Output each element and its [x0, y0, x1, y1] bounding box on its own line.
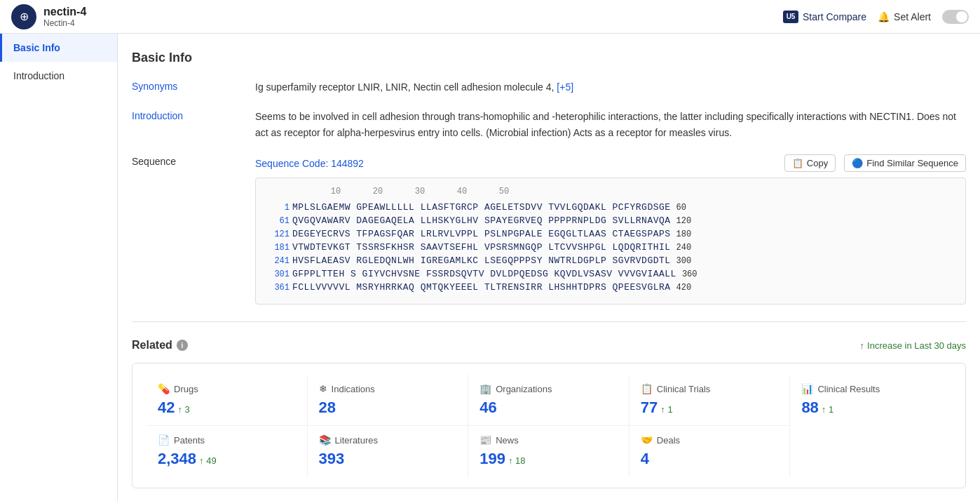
stat-label-patents: 📄 Patents	[158, 434, 296, 446]
main-layout: Basic Info Introduction Basic Info Synon…	[0, 34, 980, 501]
patents-icon: 📄	[158, 434, 170, 446]
stat-label-clinical-trials: 📋 Clinical Trials	[641, 383, 779, 394]
app-header: ⊕ nectin-4 Nectin-4 U5 Start Compare 🔔 S…	[0, 0, 980, 34]
stat-count-patents: 2,348 ↑ 49	[158, 450, 296, 468]
seq-row: 181 VTWDTEVKGT TSSRSFKHSR SAAVTSEFHL VPS…	[267, 242, 954, 253]
find-similar-button[interactable]: 🔵 Find Similar Sequence	[844, 154, 966, 172]
deals-icon: 🤝	[641, 434, 653, 446]
related-box: 💊 Drugs 42 ↑ 3 ❄ Indications	[132, 363, 966, 488]
clinical-trials-icon: 📋	[641, 383, 653, 394]
related-title: Related i	[132, 339, 188, 352]
stat-count-news: 199 ↑ 18	[479, 450, 618, 468]
related-header: Related i ↑ Increase in Last 30 days	[132, 339, 966, 352]
stat-label-organizations: 🏢 Organizations	[479, 383, 618, 394]
stat-item-literatures[interactable]: 📚 Literatures 393	[308, 425, 469, 476]
compare-label: Start Compare	[803, 11, 866, 22]
related-info-badge[interactable]: i	[177, 340, 188, 351]
related-title-text: Related	[132, 339, 172, 352]
stat-count-indications: 28	[319, 399, 457, 417]
copy-button[interactable]: 📋 Copy	[784, 154, 836, 172]
stat-item-deals[interactable]: 🤝 Deals 4	[629, 425, 791, 476]
stat-count-deals: 4	[641, 450, 779, 468]
find-similar-icon: 🔵	[852, 158, 863, 168]
sequence-box[interactable]: 10 20 30 40 50 1 MPLSLGAEMW GPEAWLLLLL L…	[255, 178, 966, 305]
compare-icon: U5	[783, 11, 798, 23]
basic-info-section: Basic Info Synonyms Ig superfamily recep…	[132, 51, 966, 305]
stat-item-indications[interactable]: ❄ Indications 28	[308, 375, 469, 425]
header-right: U5 Start Compare 🔔 Set Alert	[783, 10, 969, 24]
sidebar-item-basic-info[interactable]: Basic Info	[0, 34, 117, 62]
bell-icon: 🔔	[878, 11, 890, 22]
entity-subtitle: Nectin-4	[43, 18, 86, 28]
synonyms-row: Synonyms Ig superfamily receptor LNIR, L…	[132, 79, 966, 95]
synonyms-more-link[interactable]: [+5]	[557, 81, 573, 93]
copy-label: Copy	[807, 158, 828, 168]
seq-row: 121 DEGEYECRVS TFPAGSFQAR LRLRVLVPPL PSL…	[267, 229, 954, 239]
seq-row: 301 GFPPLTTEH S GIYVCHVSNE FSSRDSQVTV DV…	[267, 269, 954, 279]
seq-row: 361 FCLLVVVVVL MSRYHRRKAQ QMTQKYEEEL TLT…	[267, 282, 954, 293]
stat-label-indications: ❄ Indications	[319, 383, 457, 394]
sequence-header: Sequence Code: 144892 📋 Copy 🔵 Find Simi…	[255, 154, 966, 172]
stat-label-deals: 🤝 Deals	[641, 434, 779, 446]
stat-label-news: 📰 News	[479, 434, 618, 446]
drugs-icon: 💊	[158, 383, 170, 394]
seq-ruler: 10 20 30 40 50	[267, 187, 954, 196]
arrow-up-icon: ↑	[860, 340, 865, 351]
sequence-label: Sequence	[132, 154, 244, 167]
sequence-code[interactable]: Sequence Code: 144892	[255, 158, 364, 169]
header-title-block: nectin-4 Nectin-4	[43, 6, 86, 28]
start-compare-button[interactable]: U5 Start Compare	[783, 11, 866, 23]
alert-toggle[interactable]	[942, 10, 969, 24]
seq-row: 241 HVSFLAEASV RGLEDQNLWH IGREGAMLKC LSE…	[267, 255, 954, 266]
organizations-icon: 🏢	[479, 383, 491, 394]
news-icon: 📰	[479, 434, 491, 446]
stat-label-drugs: 💊 Drugs	[158, 383, 296, 394]
copy-icon: 📋	[792, 158, 803, 168]
section-title: Basic Info	[132, 51, 966, 65]
synonyms-value: Ig superfamily receptor LNIR, LNIR, Nect…	[255, 79, 966, 95]
literatures-icon: 📚	[319, 434, 331, 446]
clinical-results-icon: 📊	[801, 383, 813, 394]
related-section: Related i ↑ Increase in Last 30 days 💊 D…	[132, 339, 966, 488]
stat-item-drugs[interactable]: 💊 Drugs 42 ↑ 3	[147, 375, 308, 425]
stat-count-literatures: 393	[319, 450, 457, 468]
app-logo-icon: ⊕	[11, 4, 36, 29]
alert-label: Set Alert	[894, 11, 931, 22]
stat-count-organizations: 46	[479, 399, 618, 417]
synonyms-label: Synonyms	[132, 79, 244, 92]
entity-title: nectin-4	[43, 6, 86, 18]
stat-item-clinical-trials[interactable]: 📋 Clinical Trials 77 ↑ 1	[629, 375, 791, 425]
stat-label-clinical-results: 📊 Clinical Results	[801, 383, 940, 394]
introduction-label: Introduction	[132, 109, 244, 121]
find-similar-label: Find Similar Sequence	[866, 158, 958, 168]
stat-item-news[interactable]: 📰 News 199 ↑ 18	[468, 425, 629, 476]
stats-grid: 💊 Drugs 42 ↑ 3 ❄ Indications	[147, 375, 951, 476]
increase-text: ↑ Increase in Last 30 days	[860, 340, 966, 351]
introduction-row: Introduction Seems to be involved in cel…	[132, 109, 966, 140]
section-divider	[132, 321, 966, 322]
sequence-actions: 📋 Copy 🔵 Find Similar Sequence	[784, 154, 966, 172]
sidebar: Basic Info Introduction	[0, 34, 118, 501]
sidebar-item-introduction[interactable]: Introduction	[0, 62, 117, 90]
seq-row: 1 MPLSLGAEMW GPEAWLLLLL LLASFTGRCP AGELE…	[267, 202, 954, 213]
seq-row: 61 QVGQVAWARV DAGEGAQELA LLHSKYGLHV SPAY…	[267, 215, 954, 226]
stat-count-clinical-results: 88 ↑ 1	[801, 399, 940, 417]
stat-count-drugs: 42 ↑ 3	[158, 399, 296, 417]
stat-item-organizations[interactable]: 🏢 Organizations 46	[468, 375, 629, 425]
stat-label-literatures: 📚 Literatures	[319, 434, 457, 446]
stat-item-clinical-results[interactable]: 📊 Clinical Results 88 ↑ 1	[790, 375, 951, 425]
set-alert-button[interactable]: 🔔 Set Alert	[878, 11, 931, 22]
main-content: Basic Info Synonyms Ig superfamily recep…	[118, 34, 980, 501]
stat-count-clinical-trials: 77 ↑ 1	[641, 399, 779, 417]
stat-item-patents[interactable]: 📄 Patents 2,348 ↑ 49	[147, 425, 308, 476]
introduction-value: Seems to be involved in cell adhesion th…	[255, 109, 966, 140]
increase-label: Increase in Last 30 days	[867, 340, 966, 351]
header-left: ⊕ nectin-4 Nectin-4	[11, 4, 86, 29]
indications-icon: ❄	[319, 383, 327, 394]
sequence-row: Sequence Sequence Code: 144892 📋 Copy	[132, 154, 966, 305]
